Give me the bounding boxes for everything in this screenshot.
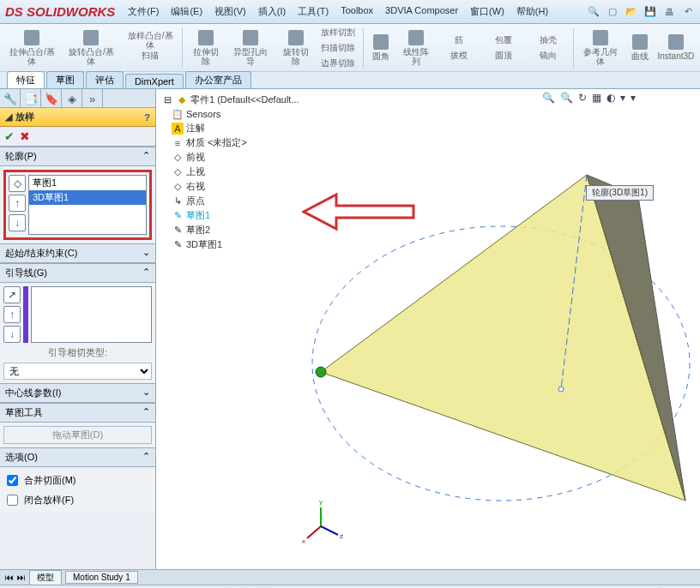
guide-curve-icon[interactable]: ↗ bbox=[3, 286, 21, 303]
tab-motion-study[interactable]: Motion Study 1 bbox=[65, 571, 138, 584]
section-options[interactable]: 选项(O)⌃ bbox=[0, 447, 155, 467]
boundary-cut-button[interactable]: 边界切除 bbox=[317, 56, 359, 71]
extrude-boss-button[interactable]: 拉伸凸台/基体 bbox=[3, 27, 61, 69]
rotate-icon[interactable]: ↻ bbox=[578, 92, 587, 104]
merge-faces-checkbox[interactable]: 合并切面(M) bbox=[3, 471, 152, 490]
tab-office[interactable]: 办公室产品 bbox=[185, 71, 251, 88]
move-up-button[interactable]: ↑ bbox=[9, 195, 26, 212]
tree-front-plane[interactable]: ◇前视 bbox=[158, 150, 300, 165]
tab-nav-left-icon[interactable]: ⏮ bbox=[5, 573, 14, 582]
pm-tab-more-icon[interactable]: » bbox=[82, 89, 103, 108]
help-icon[interactable]: ? bbox=[144, 112, 150, 123]
scene-icon[interactable]: ▾ bbox=[620, 92, 625, 104]
workspace: 🔧 📑 🔖 ◈ » ◢ 放样 ? ✔ ✖ 轮廓(P)⌃ ◇ ↑ ↓ bbox=[0, 89, 700, 569]
drag-sketch-button[interactable]: 拖动草图(D) bbox=[3, 426, 152, 444]
profiles-list[interactable]: 草图1 3D草图1 bbox=[28, 175, 147, 235]
profile-diamond-icon[interactable]: ◇ bbox=[9, 175, 26, 192]
display-style-icon[interactable]: ◐ bbox=[606, 92, 615, 104]
revolve-cut-button[interactable]: 旋转切除 bbox=[276, 27, 316, 69]
rib-button[interactable]: 筋 bbox=[438, 33, 480, 48]
section-icon[interactable]: ▦ bbox=[592, 92, 601, 104]
tree-sensors[interactable]: 📋Sensors bbox=[158, 107, 300, 121]
close-loft-checkbox[interactable]: 闭合放样(F) bbox=[3, 490, 152, 510]
guides-list[interactable] bbox=[31, 286, 152, 343]
section-sketchtools[interactable]: 草图工具⌃ bbox=[0, 403, 155, 423]
guide-tangency-select[interactable]: 无 bbox=[3, 363, 152, 380]
tree-origin[interactable]: ↳原点 bbox=[158, 194, 300, 208]
canvas-3d[interactable]: y z x bbox=[302, 89, 700, 569]
list-item[interactable]: 草图1 bbox=[29, 176, 146, 190]
pm-tab-feature-icon[interactable]: 🔧 bbox=[0, 89, 21, 108]
shell-button[interactable]: 抽壳 bbox=[527, 33, 570, 48]
cancel-button[interactable]: ✖ bbox=[20, 129, 30, 143]
svg-line-9 bbox=[321, 526, 338, 535]
guide-up-button[interactable]: ↑ bbox=[3, 306, 21, 323]
tab-nav-right-icon[interactable]: ⏭ bbox=[17, 573, 26, 582]
tab-model[interactable]: 模型 bbox=[29, 570, 62, 585]
menu-toolbox[interactable]: Toolbox bbox=[338, 3, 376, 20]
section-guides[interactable]: 引导线(G)⌃ bbox=[0, 263, 155, 283]
extrude-cut-button[interactable]: 拉伸切除 bbox=[186, 27, 226, 69]
tree-root[interactable]: ⊟◆零件1 (Default<<Default... bbox=[158, 93, 300, 107]
tree-sketch2[interactable]: ✎草图2 bbox=[158, 223, 300, 237]
loft-boss-button[interactable]: 放样凸台/基体 bbox=[122, 33, 178, 48]
tree-material[interactable]: ≡材质 <未指定> bbox=[158, 135, 300, 150]
dome-button[interactable]: 圆顶 bbox=[482, 48, 525, 63]
curves-button[interactable]: 曲线 bbox=[626, 27, 654, 69]
wrap-button[interactable]: 包覆 bbox=[482, 33, 525, 48]
revolve-boss-button[interactable]: 旋转凸台/基体 bbox=[63, 27, 120, 69]
section-profiles[interactable]: 轮廓(P)⌃ bbox=[0, 147, 155, 166]
mirror-button[interactable]: 镜向 bbox=[527, 48, 570, 63]
pm-tab-target-icon[interactable]: ◈ bbox=[62, 89, 82, 108]
section-centerline[interactable]: 中心线参数(I)⌄ bbox=[0, 383, 155, 403]
sweep-cut-button[interactable]: 扫描切除 bbox=[317, 40, 359, 56]
ok-button[interactable]: ✔ bbox=[4, 129, 15, 143]
menu-edit[interactable]: 编辑(E) bbox=[168, 3, 205, 20]
tree-annotations[interactable]: A注解 bbox=[158, 121, 300, 135]
menu-view[interactable]: 视图(V) bbox=[212, 3, 249, 20]
instant3d-button[interactable]: Instant3D bbox=[655, 27, 697, 69]
draft-button[interactable]: 拔模 bbox=[438, 48, 480, 63]
tab-sketch[interactable]: 草图 bbox=[46, 71, 84, 88]
menu-tools[interactable]: 工具(T) bbox=[295, 3, 331, 20]
hole-wizard-button[interactable]: 异型孔向导 bbox=[227, 27, 275, 69]
undo-icon[interactable]: ↶ bbox=[681, 5, 695, 19]
property-manager: 🔧 📑 🔖 ◈ » ◢ 放样 ? ✔ ✖ 轮廓(P)⌃ ◇ ↑ ↓ bbox=[0, 89, 156, 569]
pm-tab-display-icon[interactable]: 📑 bbox=[21, 89, 41, 108]
tree-3dsketch1[interactable]: ✎3D草图1 bbox=[158, 237, 300, 252]
tree-right-plane[interactable]: ◇右视 bbox=[158, 179, 300, 194]
tree-top-plane[interactable]: ◇上视 bbox=[158, 165, 300, 179]
open-icon[interactable]: 📂 bbox=[625, 5, 638, 19]
loft-cut-button[interactable]: 放样切割 bbox=[317, 25, 359, 40]
fillet-button[interactable]: 圆角 bbox=[367, 27, 395, 69]
menu-help[interactable]: 帮助(H) bbox=[514, 3, 551, 20]
tab-evaluate[interactable]: 评估 bbox=[86, 71, 124, 88]
viewport[interactable]: 🔍 🔍 ↻ ▦ ◐ ▾ ▾ y z x bbox=[302, 89, 700, 569]
zoom-fit-icon[interactable]: 🔍 bbox=[542, 92, 555, 104]
menu-file[interactable]: 文件(F) bbox=[125, 3, 161, 20]
command-tabs: 特征 草图 评估 DimXpert 办公室产品 bbox=[0, 72, 700, 89]
menu-insert[interactable]: 插入(I) bbox=[256, 3, 288, 20]
linear-pattern-button[interactable]: 线性阵列 bbox=[396, 27, 436, 69]
new-icon[interactable]: ▢ bbox=[606, 5, 619, 19]
list-item[interactable]: 3D草图1 bbox=[29, 190, 146, 205]
tree-sketch1[interactable]: ✎草图1 bbox=[158, 208, 300, 223]
sweep-button[interactable]: 扫描 bbox=[122, 48, 178, 63]
section-startend[interactable]: 起始/结束约束(C)⌄ bbox=[0, 243, 155, 263]
print-icon[interactable]: 🖶 bbox=[662, 5, 676, 19]
profile-callout[interactable]: 轮廓(3D草图1) bbox=[586, 185, 654, 201]
guide-down-button[interactable]: ↓ bbox=[3, 326, 21, 343]
settings-icon[interactable]: ▾ bbox=[631, 92, 636, 104]
menu-bar: 文件(F) 编辑(E) 视图(V) 插入(I) 工具(T) Toolbox 3D… bbox=[125, 3, 551, 20]
move-down-button[interactable]: ↓ bbox=[9, 214, 26, 231]
save-icon[interactable]: 💾 bbox=[643, 5, 657, 19]
tab-features[interactable]: 特征 bbox=[7, 71, 45, 88]
tab-dimxpert[interactable]: DimXpert bbox=[125, 74, 184, 88]
menu-window[interactable]: 窗口(W) bbox=[468, 3, 507, 20]
ref-geometry-button[interactable]: 参考几何体 bbox=[577, 27, 625, 69]
menu-3dvia[interactable]: 3DVIA Composer bbox=[383, 3, 461, 20]
sketch-icon: ✎ bbox=[172, 225, 184, 237]
pm-tab-config-icon[interactable]: 🔖 bbox=[41, 89, 62, 108]
search-icon[interactable]: 🔍 bbox=[587, 5, 600, 19]
zoom-area-icon[interactable]: 🔍 bbox=[560, 92, 573, 104]
